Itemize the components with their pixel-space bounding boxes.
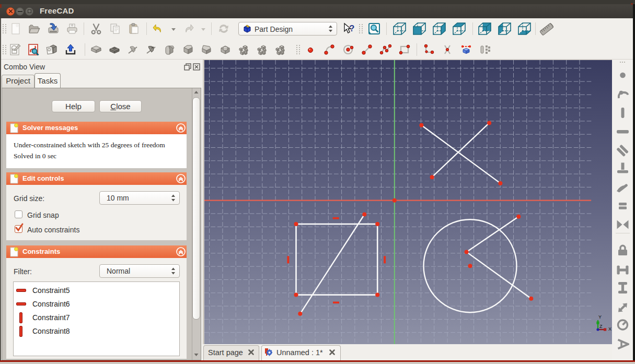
- svg-text:X: X: [608, 326, 611, 332]
- svg-text:Y: Y: [598, 314, 602, 320]
- svg-text:?: ?: [349, 24, 354, 33]
- svg-text:Z: Z: [599, 324, 603, 329]
